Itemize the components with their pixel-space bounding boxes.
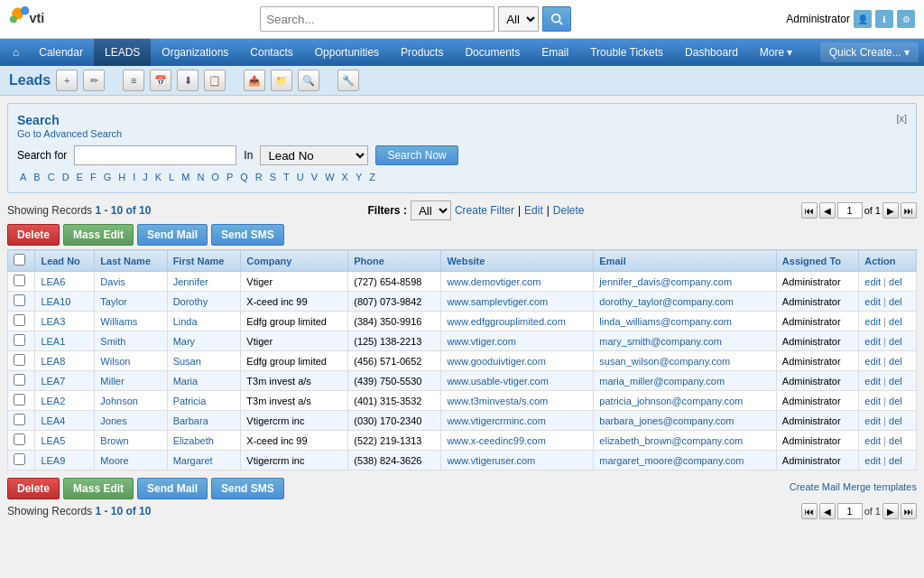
lead-no-link[interactable]: LEA3 bbox=[41, 316, 65, 327]
website-link[interactable]: www.x-ceedinc99.com bbox=[447, 435, 545, 446]
filter-select[interactable]: All bbox=[411, 200, 451, 220]
del-row-link[interactable]: del bbox=[889, 455, 902, 466]
search-in-select[interactable]: Lead No Last Name First Name Company bbox=[260, 145, 368, 165]
nav-trouble-tickets[interactable]: Trouble Tickets bbox=[579, 39, 674, 66]
nav-email[interactable]: Email bbox=[531, 39, 579, 66]
website-link[interactable]: www.usable-vtiger.com bbox=[447, 376, 549, 387]
website-link[interactable]: www.t3minvesta/s.com bbox=[447, 396, 548, 406]
website-link[interactable]: www.vtiger.com bbox=[447, 336, 515, 347]
alpha-filter-T[interactable]: T bbox=[281, 171, 292, 183]
send-mail-button[interactable]: Send Mail bbox=[137, 224, 208, 246]
edit-row-link[interactable]: edit bbox=[864, 336, 881, 347]
edit-row-link[interactable]: edit bbox=[864, 276, 881, 287]
lead-no-link[interactable]: LEA4 bbox=[41, 415, 65, 426]
lead-no-link[interactable]: LEA9 bbox=[41, 455, 65, 466]
mass-edit-button[interactable]: Mass Edit bbox=[63, 224, 134, 246]
first-name-link[interactable]: Elizabeth bbox=[173, 435, 214, 446]
alpha-filter-J[interactable]: J bbox=[140, 171, 151, 183]
lead-no-link[interactable]: LEA1 bbox=[41, 336, 65, 347]
last-name-link[interactable]: Brown bbox=[100, 435, 128, 446]
add-lead-button[interactable]: + bbox=[56, 70, 78, 91]
del-row-link[interactable]: del bbox=[889, 276, 902, 287]
user-profile-icon[interactable]: 👤 bbox=[854, 10, 872, 28]
row-checkbox[interactable] bbox=[14, 294, 25, 306]
row-checkbox[interactable] bbox=[14, 354, 25, 366]
last-name-link[interactable]: Moore bbox=[100, 455, 128, 466]
close-search-button[interactable]: [x] bbox=[896, 113, 907, 124]
nav-home[interactable]: ⌂ bbox=[4, 39, 28, 66]
create-filter-link[interactable]: Create Filter bbox=[455, 204, 514, 217]
del-row-link[interactable]: del bbox=[889, 296, 902, 307]
last-name-link[interactable]: Taylor bbox=[100, 296, 126, 307]
alpha-filter-N[interactable]: N bbox=[194, 171, 207, 183]
email-link[interactable]: mary_smith@company.com bbox=[599, 336, 722, 347]
alpha-filter-V[interactable]: V bbox=[309, 171, 320, 183]
row-checkbox[interactable] bbox=[14, 374, 25, 386]
row-checkbox[interactable] bbox=[14, 394, 25, 406]
bottom-page-last-btn[interactable]: ⏭ bbox=[901, 503, 917, 519]
email-link[interactable]: margaret_moore@company.com bbox=[599, 455, 744, 466]
bottom-page-next-btn[interactable]: ▶ bbox=[882, 503, 899, 519]
nav-quick-create[interactable]: Quick Create... ▾ bbox=[820, 42, 919, 62]
col-company[interactable]: Company bbox=[241, 250, 348, 272]
edit-row-link[interactable]: edit bbox=[864, 435, 881, 446]
calendar-view-button[interactable]: 📅 bbox=[150, 70, 171, 91]
edit-lead-button[interactable]: ✏ bbox=[83, 70, 105, 91]
nav-dashboard[interactable]: Dashboard bbox=[674, 39, 749, 66]
alpha-filter-G[interactable]: G bbox=[101, 171, 115, 183]
edit-row-link[interactable]: edit bbox=[864, 415, 881, 426]
first-name-link[interactable]: Maria bbox=[173, 376, 199, 387]
nav-contacts[interactable]: Contacts bbox=[239, 39, 303, 66]
alpha-filter-X[interactable]: X bbox=[339, 171, 351, 183]
bottom-page-prev-btn[interactable]: ◀ bbox=[819, 503, 836, 519]
alpha-filter-Y[interactable]: Y bbox=[353, 171, 365, 183]
first-name-link[interactable]: Linda bbox=[173, 316, 198, 327]
email-link[interactable]: patricia_johnson@company.com bbox=[599, 396, 743, 406]
user-settings-icon[interactable]: ⚙ bbox=[897, 10, 915, 28]
nav-leads[interactable]: LEADS bbox=[94, 39, 151, 66]
last-name-link[interactable]: Wilson bbox=[100, 356, 130, 367]
settings-button[interactable]: 🔧 bbox=[337, 70, 359, 91]
create-mail-merge-link[interactable]: Create Mail Merge templates bbox=[790, 481, 917, 492]
alpha-filter-H[interactable]: H bbox=[116, 171, 128, 183]
lead-no-link[interactable]: LEA8 bbox=[41, 356, 65, 367]
send-sms-button[interactable]: Send SMS bbox=[211, 224, 284, 246]
lead-no-link[interactable]: LEA6 bbox=[41, 276, 65, 287]
col-first-name[interactable]: First Name bbox=[167, 250, 241, 272]
alpha-filter-M[interactable]: M bbox=[179, 171, 192, 183]
delete-bottom-button[interactable]: Delete bbox=[7, 478, 60, 499]
row-checkbox[interactable] bbox=[14, 434, 25, 445]
user-info-icon[interactable]: ℹ bbox=[875, 10, 893, 28]
website-link[interactable]: www.gooduivtiger.com bbox=[447, 356, 545, 367]
del-row-link[interactable]: del bbox=[889, 396, 902, 406]
first-name-link[interactable]: Patricia bbox=[173, 396, 207, 406]
mass-edit-bottom-button[interactable]: Mass Edit bbox=[63, 478, 134, 499]
import-button[interactable]: ⬇ bbox=[177, 70, 199, 91]
row-checkbox[interactable] bbox=[14, 453, 25, 465]
lead-no-link[interactable]: LEA5 bbox=[41, 435, 65, 446]
alpha-filter-B[interactable]: B bbox=[31, 171, 42, 183]
delete-filter-link[interactable]: Delete bbox=[553, 204, 585, 217]
alpha-filter-D[interactable]: D bbox=[60, 171, 72, 183]
edit-row-link[interactable]: edit bbox=[864, 296, 881, 307]
search-now-button[interactable]: Search Now bbox=[375, 145, 457, 165]
alpha-filter-A[interactable]: A bbox=[17, 171, 29, 183]
find-duplicates-button[interactable]: 🔍 bbox=[298, 70, 319, 91]
nav-opportunities[interactable]: Opportunities bbox=[304, 39, 390, 66]
lead-no-link[interactable]: LEA2 bbox=[41, 396, 65, 406]
website-link[interactable]: www.samplevtiger.com bbox=[447, 296, 548, 307]
alpha-filter-L[interactable]: L bbox=[166, 171, 177, 183]
email-link[interactable]: linda_williams@company.com bbox=[599, 316, 732, 327]
nav-documents[interactable]: Documents bbox=[454, 39, 531, 66]
export-button[interactable]: 📤 bbox=[244, 70, 265, 91]
website-link[interactable]: www.vtigercrminc.com bbox=[447, 415, 545, 426]
row-checkbox[interactable] bbox=[14, 414, 25, 425]
website-link[interactable]: www.vtigeruser.com bbox=[447, 455, 535, 466]
last-name-link[interactable]: Smith bbox=[100, 336, 125, 347]
col-lead-no[interactable]: Lead No bbox=[35, 250, 95, 272]
del-row-link[interactable]: del bbox=[889, 435, 902, 446]
page-prev-btn[interactable]: ◀ bbox=[819, 202, 836, 219]
edit-filter-link[interactable]: Edit bbox=[524, 204, 543, 217]
lead-no-link[interactable]: LEA10 bbox=[41, 296, 70, 307]
email-link[interactable]: barbara_jones@company.com bbox=[599, 415, 734, 426]
